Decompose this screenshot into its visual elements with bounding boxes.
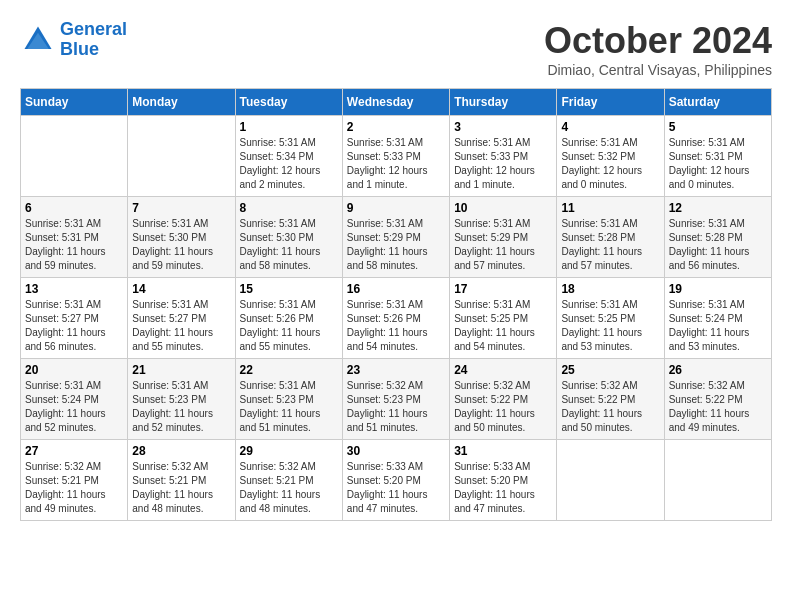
day-number: 16: [347, 282, 445, 296]
day-info: Sunrise: 5:31 AM Sunset: 5:25 PM Dayligh…: [561, 298, 659, 354]
day-info: Sunrise: 5:31 AM Sunset: 5:32 PM Dayligh…: [561, 136, 659, 192]
calendar-cell: 25Sunrise: 5:32 AM Sunset: 5:22 PM Dayli…: [557, 359, 664, 440]
day-number: 13: [25, 282, 123, 296]
day-info: Sunrise: 5:31 AM Sunset: 5:26 PM Dayligh…: [240, 298, 338, 354]
day-info: Sunrise: 5:31 AM Sunset: 5:30 PM Dayligh…: [240, 217, 338, 273]
day-number: 9: [347, 201, 445, 215]
day-info: Sunrise: 5:31 AM Sunset: 5:25 PM Dayligh…: [454, 298, 552, 354]
calendar-cell: 22Sunrise: 5:31 AM Sunset: 5:23 PM Dayli…: [235, 359, 342, 440]
calendar-cell: 2Sunrise: 5:31 AM Sunset: 5:33 PM Daylig…: [342, 116, 449, 197]
calendar-cell: 3Sunrise: 5:31 AM Sunset: 5:33 PM Daylig…: [450, 116, 557, 197]
day-number: 23: [347, 363, 445, 377]
calendar-cell: 29Sunrise: 5:32 AM Sunset: 5:21 PM Dayli…: [235, 440, 342, 521]
day-number: 4: [561, 120, 659, 134]
logo: General Blue: [20, 20, 127, 60]
calendar-cell: [557, 440, 664, 521]
calendar-cell: 9Sunrise: 5:31 AM Sunset: 5:29 PM Daylig…: [342, 197, 449, 278]
day-number: 24: [454, 363, 552, 377]
calendar-cell: 4Sunrise: 5:31 AM Sunset: 5:32 PM Daylig…: [557, 116, 664, 197]
weekday-header: Monday: [128, 89, 235, 116]
day-number: 27: [25, 444, 123, 458]
calendar-week-row: 1Sunrise: 5:31 AM Sunset: 5:34 PM Daylig…: [21, 116, 772, 197]
calendar-cell: [21, 116, 128, 197]
day-info: Sunrise: 5:31 AM Sunset: 5:24 PM Dayligh…: [669, 298, 767, 354]
day-number: 25: [561, 363, 659, 377]
day-number: 18: [561, 282, 659, 296]
calendar-cell: 20Sunrise: 5:31 AM Sunset: 5:24 PM Dayli…: [21, 359, 128, 440]
day-info: Sunrise: 5:32 AM Sunset: 5:22 PM Dayligh…: [669, 379, 767, 435]
day-info: Sunrise: 5:31 AM Sunset: 5:28 PM Dayligh…: [669, 217, 767, 273]
calendar-week-row: 27Sunrise: 5:32 AM Sunset: 5:21 PM Dayli…: [21, 440, 772, 521]
day-number: 30: [347, 444, 445, 458]
day-number: 1: [240, 120, 338, 134]
weekday-header: Friday: [557, 89, 664, 116]
day-number: 31: [454, 444, 552, 458]
day-number: 8: [240, 201, 338, 215]
day-info: Sunrise: 5:31 AM Sunset: 5:26 PM Dayligh…: [347, 298, 445, 354]
day-info: Sunrise: 5:32 AM Sunset: 5:21 PM Dayligh…: [240, 460, 338, 516]
calendar-cell: 23Sunrise: 5:32 AM Sunset: 5:23 PM Dayli…: [342, 359, 449, 440]
day-info: Sunrise: 5:31 AM Sunset: 5:33 PM Dayligh…: [347, 136, 445, 192]
day-info: Sunrise: 5:32 AM Sunset: 5:21 PM Dayligh…: [132, 460, 230, 516]
day-info: Sunrise: 5:32 AM Sunset: 5:21 PM Dayligh…: [25, 460, 123, 516]
day-info: Sunrise: 5:32 AM Sunset: 5:22 PM Dayligh…: [454, 379, 552, 435]
calendar-cell: 26Sunrise: 5:32 AM Sunset: 5:22 PM Dayli…: [664, 359, 771, 440]
calendar-cell: 7Sunrise: 5:31 AM Sunset: 5:30 PM Daylig…: [128, 197, 235, 278]
day-info: Sunrise: 5:32 AM Sunset: 5:22 PM Dayligh…: [561, 379, 659, 435]
day-info: Sunrise: 5:31 AM Sunset: 5:34 PM Dayligh…: [240, 136, 338, 192]
calendar-cell: 17Sunrise: 5:31 AM Sunset: 5:25 PM Dayli…: [450, 278, 557, 359]
calendar-cell: 16Sunrise: 5:31 AM Sunset: 5:26 PM Dayli…: [342, 278, 449, 359]
day-number: 22: [240, 363, 338, 377]
weekday-header: Saturday: [664, 89, 771, 116]
day-number: 6: [25, 201, 123, 215]
day-number: 17: [454, 282, 552, 296]
day-info: Sunrise: 5:31 AM Sunset: 5:33 PM Dayligh…: [454, 136, 552, 192]
day-info: Sunrise: 5:31 AM Sunset: 5:31 PM Dayligh…: [25, 217, 123, 273]
calendar-header-row: SundayMondayTuesdayWednesdayThursdayFrid…: [21, 89, 772, 116]
calendar-cell: 8Sunrise: 5:31 AM Sunset: 5:30 PM Daylig…: [235, 197, 342, 278]
day-number: 20: [25, 363, 123, 377]
day-number: 10: [454, 201, 552, 215]
day-info: Sunrise: 5:31 AM Sunset: 5:29 PM Dayligh…: [454, 217, 552, 273]
calendar-cell: 24Sunrise: 5:32 AM Sunset: 5:22 PM Dayli…: [450, 359, 557, 440]
day-info: Sunrise: 5:31 AM Sunset: 5:28 PM Dayligh…: [561, 217, 659, 273]
day-number: 29: [240, 444, 338, 458]
weekday-header: Wednesday: [342, 89, 449, 116]
day-info: Sunrise: 5:31 AM Sunset: 5:27 PM Dayligh…: [25, 298, 123, 354]
calendar-cell: 21Sunrise: 5:31 AM Sunset: 5:23 PM Dayli…: [128, 359, 235, 440]
weekday-header: Thursday: [450, 89, 557, 116]
location-subtitle: Dimiao, Central Visayas, Philippines: [544, 62, 772, 78]
day-info: Sunrise: 5:31 AM Sunset: 5:23 PM Dayligh…: [132, 379, 230, 435]
day-info: Sunrise: 5:31 AM Sunset: 5:31 PM Dayligh…: [669, 136, 767, 192]
calendar-cell: 30Sunrise: 5:33 AM Sunset: 5:20 PM Dayli…: [342, 440, 449, 521]
calendar-cell: 12Sunrise: 5:31 AM Sunset: 5:28 PM Dayli…: [664, 197, 771, 278]
day-info: Sunrise: 5:31 AM Sunset: 5:24 PM Dayligh…: [25, 379, 123, 435]
day-number: 28: [132, 444, 230, 458]
calendar-cell: 1Sunrise: 5:31 AM Sunset: 5:34 PM Daylig…: [235, 116, 342, 197]
calendar-cell: 18Sunrise: 5:31 AM Sunset: 5:25 PM Dayli…: [557, 278, 664, 359]
day-info: Sunrise: 5:31 AM Sunset: 5:29 PM Dayligh…: [347, 217, 445, 273]
calendar-cell: 13Sunrise: 5:31 AM Sunset: 5:27 PM Dayli…: [21, 278, 128, 359]
calendar-cell: 10Sunrise: 5:31 AM Sunset: 5:29 PM Dayli…: [450, 197, 557, 278]
day-number: 19: [669, 282, 767, 296]
calendar-cell: [128, 116, 235, 197]
month-title: October 2024: [544, 20, 772, 62]
day-number: 3: [454, 120, 552, 134]
logo-text: General Blue: [60, 20, 127, 60]
calendar-cell: 27Sunrise: 5:32 AM Sunset: 5:21 PM Dayli…: [21, 440, 128, 521]
day-info: Sunrise: 5:33 AM Sunset: 5:20 PM Dayligh…: [454, 460, 552, 516]
calendar-week-row: 13Sunrise: 5:31 AM Sunset: 5:27 PM Dayli…: [21, 278, 772, 359]
calendar-cell: 31Sunrise: 5:33 AM Sunset: 5:20 PM Dayli…: [450, 440, 557, 521]
weekday-header: Sunday: [21, 89, 128, 116]
day-info: Sunrise: 5:31 AM Sunset: 5:30 PM Dayligh…: [132, 217, 230, 273]
day-number: 14: [132, 282, 230, 296]
page-header: General Blue October 2024 Dimiao, Centra…: [20, 20, 772, 78]
calendar-week-row: 20Sunrise: 5:31 AM Sunset: 5:24 PM Dayli…: [21, 359, 772, 440]
day-info: Sunrise: 5:32 AM Sunset: 5:23 PM Dayligh…: [347, 379, 445, 435]
day-number: 21: [132, 363, 230, 377]
day-number: 7: [132, 201, 230, 215]
logo-line2: Blue: [60, 39, 99, 59]
calendar-cell: 6Sunrise: 5:31 AM Sunset: 5:31 PM Daylig…: [21, 197, 128, 278]
day-info: Sunrise: 5:33 AM Sunset: 5:20 PM Dayligh…: [347, 460, 445, 516]
logo-line1: General: [60, 19, 127, 39]
